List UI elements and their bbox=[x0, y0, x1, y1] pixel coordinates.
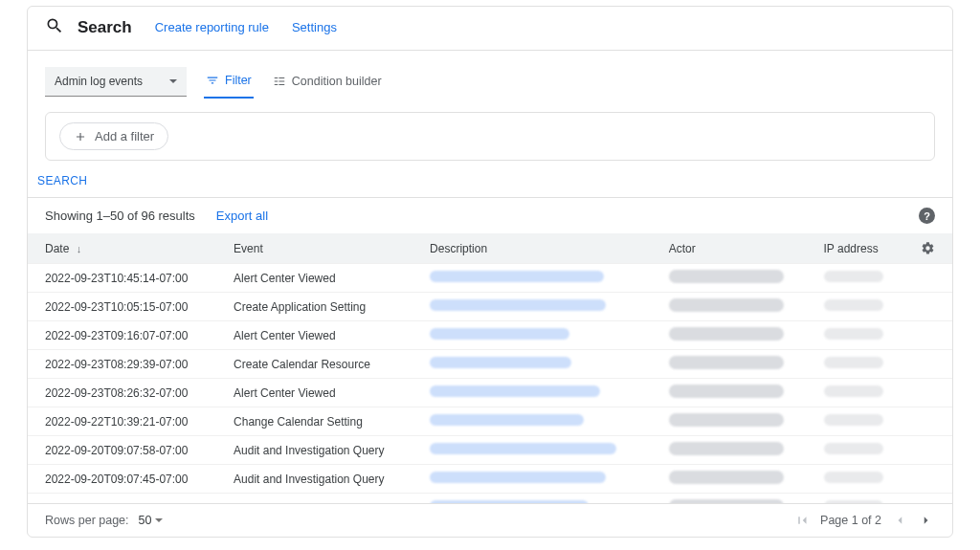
cell-date: 2022-09-22T10:39:21-07:00 bbox=[28, 407, 224, 436]
col-actor[interactable]: Actor bbox=[659, 233, 814, 264]
chevron-down-icon bbox=[155, 518, 163, 526]
cell-description bbox=[420, 465, 659, 494]
column-settings-button[interactable] bbox=[904, 233, 952, 264]
cell-ip bbox=[814, 436, 905, 465]
cell-description bbox=[420, 264, 659, 293]
table-footer: Rows per page: 50 Page 1 of 2 bbox=[28, 503, 952, 537]
tab-condition-builder[interactable]: Condition builder bbox=[271, 64, 384, 99]
chevron-down-icon bbox=[169, 79, 177, 87]
help-icon[interactable]: ? bbox=[919, 208, 935, 224]
rows-per-page-value: 50 bbox=[139, 514, 152, 527]
rows-per-page-select[interactable]: 50 bbox=[139, 514, 164, 527]
table-row[interactable]: 2022-09-23T08:29:39-07:00Create Calendar… bbox=[28, 350, 952, 379]
cell-description bbox=[420, 436, 659, 465]
table-row[interactable]: 2022-09-23T08:26:32-07:00Alert Center Vi… bbox=[28, 379, 952, 407]
settings-link[interactable]: Settings bbox=[292, 20, 337, 34]
cell-actor bbox=[659, 465, 814, 494]
export-all-link[interactable]: Export all bbox=[216, 209, 268, 223]
table-row[interactable]: 2022-09-23T09:16:07-07:00Alert Center Vi… bbox=[28, 321, 952, 350]
col-description[interactable]: Description bbox=[420, 233, 659, 264]
cell-description bbox=[420, 321, 659, 350]
table-row[interactable]: 2022-09-22T10:39:21-07:00Change Calendar… bbox=[28, 407, 952, 436]
cell-actor bbox=[659, 264, 814, 293]
cell-event: Alert Center Viewed bbox=[224, 321, 420, 350]
datasource-dropdown[interactable]: Admin log events bbox=[45, 67, 187, 97]
results-summary: Showing 1–50 of 96 results bbox=[45, 209, 195, 223]
tab-condition-builder-label: Condition builder bbox=[292, 75, 382, 88]
col-ip[interactable]: IP address bbox=[814, 233, 905, 264]
cell-event: Create Application Setting bbox=[224, 293, 420, 321]
plus-icon bbox=[74, 130, 87, 143]
cell-event: Alert Center Viewed bbox=[224, 379, 420, 407]
cell-actor bbox=[659, 293, 814, 321]
search-icon bbox=[45, 16, 64, 38]
cell-ip bbox=[814, 379, 905, 407]
cell-date: 2022-09-23T08:29:39-07:00 bbox=[28, 350, 224, 379]
datasource-label: Admin log events bbox=[55, 75, 143, 88]
prev-page-icon[interactable] bbox=[891, 512, 908, 529]
col-event[interactable]: Event bbox=[224, 233, 420, 264]
cell-date: 2022-09-23T08:26:32-07:00 bbox=[28, 379, 224, 407]
filter-area: Add a filter bbox=[45, 112, 935, 161]
sort-desc-icon: ↓ bbox=[77, 243, 82, 254]
results-table: Date ↓ Event Description Actor IP addres… bbox=[28, 233, 952, 503]
cell-event: Audit and Investigation Query bbox=[224, 465, 420, 494]
table-row[interactable]: 2022-09-20T09:07:58-07:00Audit and Inves… bbox=[28, 436, 952, 465]
cell-date: 2022-09-20T09:07:45-07:00 bbox=[28, 465, 224, 494]
first-page-icon[interactable] bbox=[793, 512, 811, 529]
add-filter-button[interactable]: Add a filter bbox=[59, 122, 168, 150]
cell-actor bbox=[659, 379, 814, 407]
cell-event: Audit and Investigation Query bbox=[224, 436, 420, 465]
next-page-icon[interactable] bbox=[918, 512, 935, 529]
cell-actor bbox=[659, 350, 814, 379]
cell-date: 2022-09-20T09:07:58-07:00 bbox=[28, 436, 224, 465]
table-row[interactable]: 2022-09-20T09:07:45-07:00Audit and Inves… bbox=[28, 465, 952, 494]
condition-builder-icon bbox=[273, 75, 286, 88]
cell-date: 2022-09-23T10:05:15-07:00 bbox=[28, 293, 224, 321]
cell-event: Create Calendar Resource bbox=[224, 350, 420, 379]
cell-ip bbox=[814, 407, 905, 436]
cell-actor bbox=[659, 494, 814, 503]
cell-date: 2022-09-20T09:03:08-07:00 bbox=[28, 494, 224, 503]
cell-description bbox=[420, 293, 659, 321]
cell-event: Alert Center Viewed bbox=[224, 264, 420, 293]
filter-icon bbox=[206, 74, 219, 87]
cell-ip bbox=[814, 264, 905, 293]
cell-date: 2022-09-23T09:16:07-07:00 bbox=[28, 321, 224, 350]
cell-actor bbox=[659, 436, 814, 465]
cell-description bbox=[420, 494, 659, 503]
tab-filter[interactable]: Filter bbox=[204, 64, 254, 99]
results-table-wrap[interactable]: Date ↓ Event Description Actor IP addres… bbox=[28, 233, 952, 503]
investigation-panel: Search Create reporting rule Settings Ad… bbox=[27, 6, 953, 538]
rows-per-page-label: Rows per page: bbox=[45, 514, 129, 527]
gear-icon bbox=[921, 241, 935, 255]
cell-ip bbox=[814, 350, 905, 379]
controls-row: Admin log events Filter Condition builde… bbox=[28, 51, 952, 99]
page-title: Search bbox=[78, 18, 132, 37]
cell-description bbox=[420, 379, 659, 407]
col-date[interactable]: Date ↓ bbox=[28, 233, 224, 264]
table-row[interactable]: 2022-09-20T09:03:08-07:00Audit and Inves… bbox=[28, 494, 952, 503]
query-mode-tabs: Filter Condition builder bbox=[204, 64, 384, 99]
cell-ip bbox=[814, 465, 905, 494]
cell-ip bbox=[814, 494, 905, 503]
cell-actor bbox=[659, 321, 814, 350]
add-filter-label: Add a filter bbox=[95, 129, 154, 143]
cell-date: 2022-09-23T10:45:14-07:00 bbox=[28, 264, 224, 293]
cell-description bbox=[420, 407, 659, 436]
col-date-label: Date bbox=[45, 242, 69, 255]
cell-event: Audit and Investigation Query bbox=[224, 494, 420, 503]
tab-filter-label: Filter bbox=[225, 74, 252, 87]
table-row[interactable]: 2022-09-23T10:45:14-07:00Alert Center Vi… bbox=[28, 264, 952, 293]
panel-header: Search Create reporting rule Settings bbox=[28, 7, 952, 51]
pagination: Page 1 of 2 bbox=[793, 512, 935, 529]
results-bar: Showing 1–50 of 96 results Export all ? bbox=[28, 197, 952, 233]
cell-ip bbox=[814, 293, 905, 321]
table-row[interactable]: 2022-09-23T10:05:15-07:00Create Applicat… bbox=[28, 293, 952, 321]
cell-ip bbox=[814, 321, 905, 350]
search-button[interactable]: SEARCH bbox=[28, 174, 952, 197]
cell-actor bbox=[659, 407, 814, 436]
create-reporting-rule-link[interactable]: Create reporting rule bbox=[155, 20, 269, 34]
cell-description bbox=[420, 350, 659, 379]
page-text: Page 1 of 2 bbox=[820, 514, 881, 527]
